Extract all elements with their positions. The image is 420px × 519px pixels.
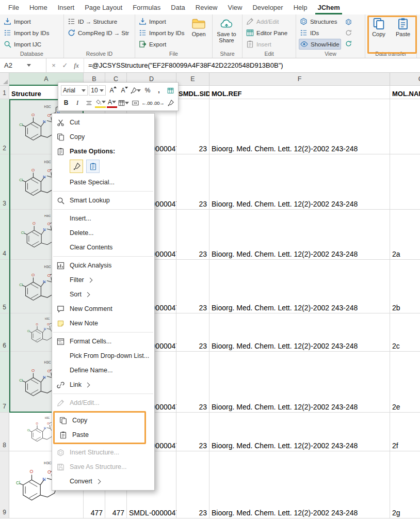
cell-g5[interactable]: 2b	[390, 260, 420, 313]
menu-item-jchem-copy[interactable]: Copy	[55, 413, 91, 428]
import-by-ids-button[interactable]: Import by IDs	[3, 27, 50, 38]
row-header-6[interactable]: 6	[0, 313, 9, 352]
show-hide-button[interactable]: Show/Hide	[299, 39, 341, 50]
font-color-button[interactable]: A	[107, 98, 117, 108]
row-header-2[interactable]: 2	[0, 99, 9, 154]
italic-button[interactable]: I	[72, 98, 83, 108]
percent-style-button[interactable]: %	[142, 85, 153, 96]
row-header-5[interactable]: 5	[0, 260, 9, 313]
cell-f9[interactable]: Bioorg. Med. Chem. Lett. 12(2)-2002 243-…	[209, 451, 390, 518]
structure-tools-button[interactable]	[344, 17, 354, 26]
ribbon-copy-button[interactable]: Copy	[368, 16, 390, 50]
cell-e2[interactable]: 23	[176, 99, 209, 154]
cell-e6[interactable]: 23	[176, 313, 209, 352]
name-box-dropdown-icon[interactable]	[27, 64, 31, 67]
cell-f6[interactable]: Bioorg. Med. Chem. Lett. 12(2)-2002 243-…	[209, 313, 390, 352]
tab-developer[interactable]: Developer	[247, 0, 288, 14]
menu-item-quick-analysis[interactable]: Quick Analysis	[52, 258, 116, 273]
menu-item-convert[interactable]: Convert	[52, 474, 105, 489]
formula-input[interactable]: =@JCSYSStructure("EF2F80099A4F38F42D2220…	[84, 58, 420, 72]
ids-button[interactable]: IDs	[299, 27, 341, 38]
format-painter-small-button[interactable]	[165, 98, 175, 108]
menu-item-cut[interactable]: Cut	[52, 115, 84, 130]
column-header-f[interactable]: F	[209, 73, 390, 86]
shrink-font-button[interactable]: A	[118, 85, 128, 96]
structures-button[interactable]: Structures	[299, 16, 341, 27]
tab-formulas[interactable]: Formulas	[127, 0, 166, 14]
cancel-button[interactable]: ×	[49, 60, 59, 71]
cell-g2[interactable]	[390, 99, 420, 154]
menu-item-pick-from-list[interactable]: Pick From Drop-down List...	[52, 349, 153, 363]
tab-data[interactable]: Data	[166, 0, 190, 14]
menu-item-smart-lookup[interactable]: Smart Lookup	[52, 193, 114, 208]
refresh-view-button[interactable]	[344, 39, 354, 48]
column-header-e[interactable]: E	[176, 73, 209, 86]
cell-f5[interactable]: Bioorg. Med. Chem. Lett. 12(2)-2002 243-…	[209, 260, 390, 313]
select-all-corner[interactable]	[0, 73, 9, 86]
import-button[interactable]: Import	[3, 16, 50, 27]
insert-function-button[interactable]: fx	[71, 60, 82, 71]
bold-button[interactable]: B	[61, 98, 71, 108]
font-size-select[interactable]: 10	[89, 85, 105, 96]
tab-view[interactable]: View	[222, 0, 247, 14]
row-header-3[interactable]: 3	[0, 154, 9, 210]
paste-option-keep-formatting-button[interactable]	[70, 160, 83, 173]
reset-view-button[interactable]	[344, 28, 354, 37]
row-header-1[interactable]: 1	[0, 86, 9, 99]
cell-f7[interactable]: Bioorg. Med. Chem. Lett. 12(2)-2002 243-…	[209, 352, 390, 413]
cell-g8[interactable]: 2f	[390, 413, 420, 451]
open-button[interactable]: Open	[188, 16, 209, 50]
compreg-id-button[interactable]: CompReg ID → Str	[67, 27, 130, 38]
menu-item-copy[interactable]: Copy	[52, 130, 89, 144]
tab-home[interactable]: Home	[24, 0, 53, 14]
menu-item-new-comment[interactable]: New Comment	[52, 302, 117, 316]
cell-e8[interactable]: 23	[176, 413, 209, 451]
cell-f1[interactable]: MOL.REF	[209, 86, 390, 99]
menu-item-clear-contents[interactable]: Clear Contents	[52, 240, 117, 255]
cell-g1[interactable]: MOL.NAME	[390, 86, 420, 99]
file-import-button[interactable]: Import	[138, 16, 185, 27]
save-to-share-button[interactable]: Save to Share	[215, 16, 238, 50]
cell-e5[interactable]: 23	[176, 260, 209, 313]
menu-item-insert[interactable]: Insert...	[52, 211, 95, 226]
grow-font-button[interactable]: A	[107, 85, 117, 96]
align-button[interactable]	[84, 98, 94, 108]
tab-review[interactable]: Review	[190, 0, 223, 14]
import-ijc-button[interactable]: Import IJC	[3, 39, 50, 50]
cell-e4[interactable]: 23	[176, 210, 209, 260]
comma-style-button[interactable]: ,	[154, 85, 164, 96]
id-to-structure-button[interactable]: ID → Structure	[67, 16, 130, 27]
cell-g6[interactable]: 2c	[390, 313, 420, 352]
menu-item-define-name[interactable]: Define Name...	[52, 363, 117, 378]
cell-g4[interactable]: 2a	[390, 210, 420, 260]
paste-option-values-button[interactable]	[86, 160, 100, 173]
ribbon-paste-button[interactable]: Paste	[392, 16, 414, 50]
cell-g3[interactable]	[390, 154, 420, 210]
name-box[interactable]: A2	[0, 58, 46, 72]
menu-item-filter[interactable]: Filter	[52, 273, 97, 287]
file-import-by-ids-button[interactable]: Import by IDs	[138, 27, 185, 38]
tab-jchem[interactable]: JChem	[312, 0, 345, 14]
row-header-9[interactable]: 9	[0, 451, 9, 518]
format-painter-button[interactable]	[130, 85, 141, 96]
cell-g7[interactable]: 2e	[390, 352, 420, 413]
tab-insert[interactable]: Insert	[53, 0, 80, 14]
menu-item-paste-special[interactable]: Paste Special...	[52, 175, 119, 190]
cell-e3[interactable]: 23	[176, 154, 209, 210]
decrease-decimal-button[interactable]: .00→	[153, 98, 164, 108]
merge-button[interactable]	[130, 98, 140, 108]
menu-item-sort[interactable]: Sort	[52, 287, 94, 302]
cell-f2[interactable]: Bioorg. Med. Chem. Lett. 12(2)-2002 243-…	[209, 99, 390, 154]
cell-f8[interactable]: Bioorg. Med. Chem. Lett. 12(2)-2002 243-…	[209, 413, 390, 451]
menu-item-delete[interactable]: Delete...	[52, 226, 98, 240]
format-as-table-button[interactable]	[165, 85, 175, 96]
font-name-select[interactable]: Arial	[61, 85, 88, 96]
cell-e9[interactable]: 23	[176, 451, 209, 518]
fill-color-button[interactable]	[95, 98, 106, 108]
enter-button[interactable]: ✓	[60, 60, 70, 71]
column-header-g[interactable]: G	[390, 73, 420, 86]
menu-item-link[interactable]: Link	[52, 378, 94, 392]
cell-e1[interactable]: SMDL.SID	[176, 86, 209, 99]
row-header-4[interactable]: 4	[0, 210, 9, 260]
increase-decimal-button[interactable]: ←.00	[141, 98, 152, 108]
